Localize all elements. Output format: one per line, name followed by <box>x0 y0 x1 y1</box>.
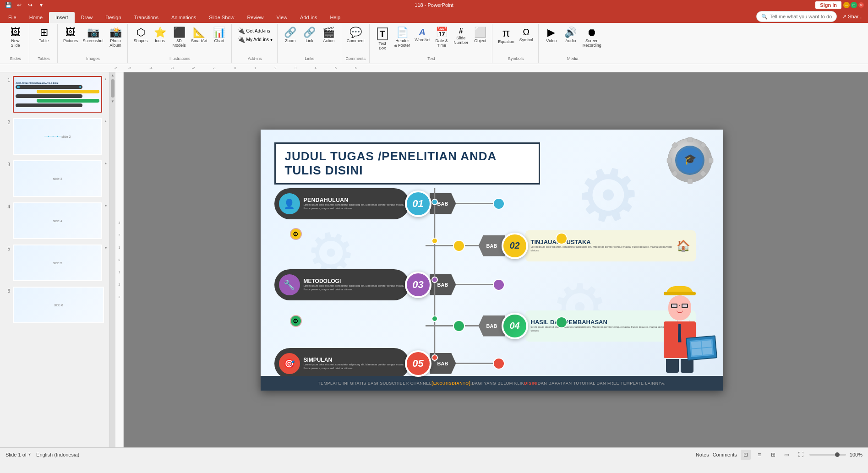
notes-button[interactable]: Notes <box>696 452 709 457</box>
svg-point-16 <box>432 316 437 321</box>
customize-icon[interactable]: ▾ <box>37 0 46 10</box>
zoom-level[interactable]: 100% <box>850 452 863 457</box>
logo-gear-area: 🎓 <box>666 136 714 185</box>
textbox-button[interactable]: T TextBox <box>373 27 392 51</box>
comment-icon: 💬 <box>349 27 362 38</box>
tab-review[interactable]: Review <box>240 12 270 23</box>
tab-slideshow[interactable]: Slide Show <box>202 12 240 23</box>
row-pendahuluan[interactable]: 👤 PENDAHULUAN Lorem ipsum dolor sit amet… <box>274 188 494 219</box>
audio-button[interactable]: 🔊 Audio <box>562 27 580 44</box>
normal-view-button[interactable]: ⊡ <box>741 450 751 460</box>
pictures-button[interactable]: 🖼 Pictures <box>61 27 80 44</box>
sign-in-button[interactable]: Sign in <box>815 1 841 9</box>
equation-button[interactable]: π Equation <box>496 27 516 45</box>
slide-title: JUDUL TUGAS /PENELITIAN ANDA TULIS DISIN… <box>285 149 530 178</box>
ribbon-group-comments: 💬 Comment Comments <box>342 24 370 63</box>
tab-animations[interactable]: Animations <box>165 12 202 23</box>
my-addins-button[interactable]: 🔌 My Add-ins ▾ <box>235 35 274 43</box>
slide-thumb-3[interactable]: 3 slide 3 * <box>2 159 108 198</box>
tab-home[interactable]: Home <box>23 12 49 23</box>
tab-addins[interactable]: Add-ins <box>294 12 323 23</box>
comment-button[interactable]: 💬 Comment <box>345 27 366 44</box>
minimize-button[interactable]: ─ <box>843 2 850 8</box>
slide-canvas[interactable]: ⚙ ⚙ ⚙ JUDUL TUGAS /PENELITIAN ANDA TULIS… <box>261 130 723 391</box>
screenshot-button[interactable]: 📷 Screenshot <box>81 27 106 44</box>
photo-album-button[interactable]: 📸 PhotoAlbum <box>106 27 125 49</box>
zoom-button[interactable]: 🔗 Zoom <box>281 27 300 44</box>
right-node-1 <box>493 198 505 210</box>
object-button[interactable]: ⬜ Object <box>471 27 489 44</box>
row-metodologi[interactable]: 🔧 METODOLOGI Lorem ipsum dolor sit amet,… <box>274 269 494 300</box>
tell-me-box[interactable]: 🔍 Tell me what you want to do <box>756 11 837 22</box>
wordart-button[interactable]: A WordArt <box>413 27 431 43</box>
scroll-thumb[interactable] <box>111 79 115 98</box>
shapes-button[interactable]: ⬡ Shapes <box>131 27 150 44</box>
wordart-icon: A <box>419 27 426 37</box>
tab-view[interactable]: View <box>270 12 294 23</box>
slide-thumb-5[interactable]: 5 slide 5 * <box>2 244 108 282</box>
textbox-label: TextBox <box>379 41 387 50</box>
table-icon: ⊞ <box>40 27 48 38</box>
shapes-label: Shapes <box>134 38 148 43</box>
tinjauan-title: TINJAUAN PUSTAKA <box>531 239 673 245</box>
tab-help[interactable]: Help <box>323 12 347 23</box>
slide-number-button[interactable]: # SlideNumber <box>452 27 470 46</box>
simpulan-content: SIMPULAN Lorem ipsum dolor sit amet, con… <box>304 357 405 370</box>
scroll-up-arrow[interactable]: ▲ <box>111 73 115 77</box>
slide-preview-1[interactable]: JUDUL TUGAS / PENELITIAN ANDA TULIS DISI… <box>13 76 102 113</box>
tab-transitions[interactable]: Transitions <box>128 12 165 23</box>
slide-number-icon: # <box>459 27 463 35</box>
comments-group-label: Comments <box>345 55 366 62</box>
video-button[interactable]: ▶ Video <box>542 27 561 44</box>
tab-design[interactable]: Design <box>99 12 127 23</box>
tab-draw[interactable]: Draw <box>75 12 99 23</box>
symbol-button[interactable]: Ω Symbol <box>517 27 535 43</box>
maximize-button[interactable]: □ <box>851 2 857 8</box>
outline-view-button[interactable]: ≡ <box>754 450 764 460</box>
chart-button[interactable]: 📊 Chart <box>210 27 229 44</box>
share-label[interactable]: ↗ Shar... <box>839 14 866 20</box>
new-slide-button[interactable]: 🖼 NewSlide <box>6 27 25 49</box>
comments-button[interactable]: Comments <box>713 452 737 457</box>
redo-icon[interactable]: ↪ <box>26 0 35 10</box>
zoom-thumb[interactable] <box>835 452 840 457</box>
close-button[interactable]: ✕ <box>858 2 864 8</box>
slidesorter-view-button[interactable]: ⊞ <box>768 450 778 460</box>
3d-models-icon: ⬛ <box>173 27 186 38</box>
date-time-button[interactable]: 📅 Date &Time <box>432 27 451 49</box>
action-button[interactable]: 🎬 Action <box>320 27 338 44</box>
slide-preview-2[interactable]: ──●──●──●── slide 2 <box>13 118 102 155</box>
slide-title-box[interactable]: JUDUL TUGAS /PENELITIAN ANDA TULIS DISIN… <box>274 142 540 185</box>
slide-preview-3[interactable]: slide 3 <box>13 160 102 197</box>
slide-thumb-2[interactable]: 2 ──●──●──●── slide 2 * <box>2 117 108 156</box>
slide-panel-scrollbar[interactable]: ▲ ▼ <box>110 72 115 447</box>
new-slide-label: NewSlide <box>11 38 20 48</box>
slide-panel[interactable]: 1 JUDUL TUGAS / PENELITIAN ANDA TULIS DI… <box>0 72 110 447</box>
tab-insert[interactable]: Insert <box>49 12 75 23</box>
get-addins-button[interactable]: 🔌 Get Add-ins <box>235 27 274 35</box>
slide-preview-6[interactable]: slide 6 <box>13 287 104 323</box>
slide-preview-5[interactable]: slide 5 <box>13 245 102 281</box>
link-button[interactable]: 🔗 Link <box>300 27 319 44</box>
scroll-down-arrow[interactable]: ▼ <box>111 99 115 103</box>
smartart-button[interactable]: 📐 SmartArt <box>189 27 209 44</box>
slide-thumb-4[interactable]: 4 slide 4 * <box>2 201 108 240</box>
save-icon[interactable]: 💾 <box>4 0 13 10</box>
screen-recording-button[interactable]: ⏺ ScreenRecording <box>581 27 603 49</box>
reading-view-button[interactable]: ▭ <box>782 450 792 460</box>
undo-icon[interactable]: ↩ <box>15 0 24 10</box>
slide-preview-4[interactable]: slide 4 <box>13 202 102 239</box>
canvas-area[interactable]: 3210123 ⚙ ⚙ ⚙ JUDUL TUGAS /PENELITIAN AN… <box>115 72 868 447</box>
header-footer-button[interactable]: 📄 Header& Footer <box>393 27 412 49</box>
icons-button[interactable]: ⭐ Icons <box>151 27 169 44</box>
row-simpulan[interactable]: 🎯 SIMPULAN Lorem ipsum dolor sit amet, c… <box>274 348 494 379</box>
table-button[interactable]: ⊞ Table <box>35 27 53 44</box>
tab-file[interactable]: File <box>2 12 23 23</box>
slide-thumb-6[interactable]: 6 slide 6 <box>2 286 108 324</box>
slideshow-view-button[interactable]: ⛶ <box>796 450 806 460</box>
zoom-slider[interactable] <box>809 454 846 456</box>
3d-models-button[interactable]: ⬛ 3DModels <box>170 27 188 49</box>
pendahuluan-icon: 👤 <box>279 193 300 214</box>
slide-thumb-1[interactable]: 1 JUDUL TUGAS / PENELITIAN ANDA TULIS DI… <box>2 75 108 114</box>
ribbon-group-media: ▶ Video 🔊 Audio ⏺ ScreenRecording Media <box>540 24 606 63</box>
